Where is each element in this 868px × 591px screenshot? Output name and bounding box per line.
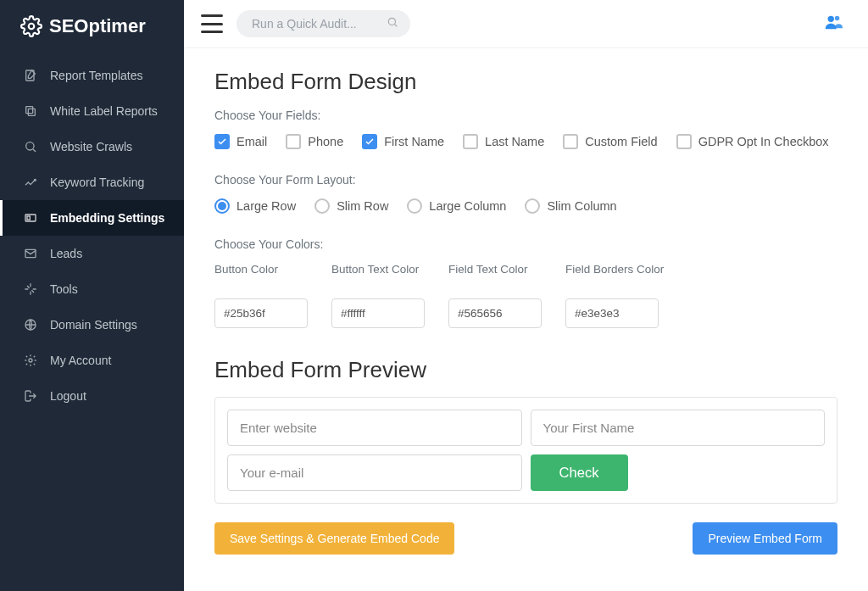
sidebar-item-tools[interactable]: Tools	[0, 271, 184, 307]
gear-icon	[23, 353, 38, 368]
layout-option-large-row[interactable]: Large Row	[214, 198, 296, 214]
layout-option-slim-column[interactable]: Slim Column	[525, 198, 616, 214]
sidebar-item-label: Keyword Tracking	[50, 176, 144, 189]
mail-icon	[23, 246, 38, 261]
color-label: Button Color	[214, 263, 314, 292]
website-input[interactable]	[227, 410, 522, 446]
color-input[interactable]	[214, 298, 308, 328]
hamburger-icon[interactable]	[201, 14, 223, 33]
field-option-gdpr-opt-in-checkbox[interactable]: GDPR Opt In Checkbox	[676, 134, 829, 149]
radio[interactable]	[525, 198, 540, 214]
svg-point-11	[29, 359, 32, 362]
checkbox[interactable]	[214, 134, 230, 149]
layout-option-large-column[interactable]: Large Column	[407, 198, 506, 214]
search-icon	[387, 16, 398, 31]
brand-icon	[20, 15, 42, 37]
copy-icon	[23, 103, 38, 119]
sidebar-item-label: Logout	[50, 389, 86, 403]
save-button[interactable]: Save Settings & Generate Embed Code	[214, 522, 454, 555]
actions-row: Save Settings & Generate Embed Code Prev…	[214, 522, 837, 555]
colors-label: Choose Your Colors:	[214, 237, 837, 251]
search-wrap	[236, 10, 410, 37]
firstname-input[interactable]	[531, 410, 826, 446]
field-option-email[interactable]: Email	[214, 134, 267, 149]
sidebar-item-label: Leads	[50, 247, 82, 260]
color-input[interactable]	[448, 298, 542, 328]
checkbox[interactable]	[563, 134, 578, 149]
checkbox-label: Email	[236, 135, 267, 148]
email-input[interactable]	[227, 454, 522, 491]
sidebar-item-my-account[interactable]: My Account	[0, 343, 184, 378]
checkbox-label: GDPR Opt In Checkbox	[698, 135, 829, 148]
checkbox-label: Custom Field	[585, 135, 657, 148]
sidebar-item-label: My Account	[50, 354, 111, 367]
sidebar-item-domain-settings[interactable]: Domain Settings	[0, 307, 184, 343]
svg-line-13	[395, 25, 398, 27]
colors-row: Button ColorButton Text ColorField Text …	[214, 263, 837, 328]
check-button[interactable]: Check	[531, 454, 628, 491]
svg-rect-2	[28, 109, 35, 115]
sidebar-item-embedding-settings[interactable]: Embedding Settings	[0, 200, 184, 236]
field-option-phone[interactable]: Phone	[286, 134, 343, 149]
search-input[interactable]	[236, 10, 410, 37]
sidebar-item-keyword-tracking[interactable]: Keyword Tracking	[0, 164, 184, 200]
layout-label: Choose Your Form Layout:	[214, 173, 837, 187]
sidebar-item-label: White Label Reports	[50, 104, 158, 118]
sidebar-item-logout[interactable]: Logout	[0, 378, 184, 414]
tool-icon	[23, 282, 38, 297]
sidebar-item-label: Report Templates	[50, 69, 142, 82]
checkbox[interactable]	[676, 134, 692, 149]
svg-rect-3	[26, 107, 33, 114]
preview-box: Check	[214, 397, 837, 504]
sidebar: SEOptimer Report TemplatesWhite Label Re…	[0, 0, 184, 591]
users-icon[interactable]	[822, 13, 844, 35]
radio[interactable]	[214, 198, 230, 214]
checkbox[interactable]	[286, 134, 301, 149]
fields-label: Choose Your Fields:	[214, 109, 837, 122]
checkbox[interactable]	[463, 134, 478, 149]
svg-point-4	[26, 142, 34, 150]
nav: Report TemplatesWhite Label ReportsWebsi…	[0, 53, 184, 414]
color-label: Field Text Color	[448, 263, 548, 292]
brand: SEOptimer	[0, 0, 184, 53]
main: Embed Form Design Choose Your Fields: Em…	[184, 0, 868, 591]
trend-icon	[23, 175, 38, 190]
preview-button[interactable]: Preview Embed Form	[693, 522, 837, 555]
color-col-button-color: Button Color	[214, 263, 314, 328]
color-label: Button Text Color	[331, 263, 431, 292]
field-option-custom-field[interactable]: Custom Field	[563, 134, 657, 149]
field-option-first-name[interactable]: First Name	[362, 134, 444, 149]
sidebar-item-leads[interactable]: Leads	[0, 236, 184, 271]
svg-point-12	[388, 18, 395, 25]
radio[interactable]	[407, 198, 422, 214]
svg-point-14	[828, 16, 834, 22]
radio-label: Slim Row	[337, 199, 388, 213]
content: Embed Form Design Choose Your Fields: Em…	[184, 48, 868, 575]
svg-rect-8	[27, 216, 30, 220]
svg-point-15	[835, 16, 840, 21]
svg-point-6	[34, 179, 36, 181]
layout-row: Large RowSlim RowLarge ColumnSlim Column	[214, 198, 837, 214]
color-label: Field Borders Color	[565, 263, 665, 292]
search-icon	[23, 139, 38, 154]
color-input[interactable]	[331, 298, 425, 328]
color-input[interactable]	[565, 298, 659, 328]
sidebar-item-website-crawls[interactable]: Website Crawls	[0, 129, 184, 164]
color-col-button-text-color: Button Text Color	[331, 263, 431, 328]
sidebar-item-report-templates[interactable]: Report Templates	[0, 58, 184, 93]
checkbox[interactable]	[362, 134, 377, 149]
radio[interactable]	[314, 198, 330, 214]
topbar	[184, 0, 868, 48]
radio-label: Large Row	[236, 199, 296, 213]
sidebar-item-label: Embedding Settings	[50, 211, 164, 225]
checkbox-label: First Name	[384, 135, 444, 148]
field-option-last-name[interactable]: Last Name	[463, 134, 544, 149]
sidebar-item-white-label-reports[interactable]: White Label Reports	[0, 93, 184, 129]
svg-point-0	[29, 24, 35, 30]
document-edit-icon	[23, 68, 38, 83]
svg-line-5	[33, 149, 36, 152]
globe-icon	[23, 317, 38, 332]
radio-label: Slim Column	[547, 199, 616, 213]
checkbox-label: Phone	[308, 135, 343, 148]
layout-option-slim-row[interactable]: Slim Row	[314, 198, 388, 214]
